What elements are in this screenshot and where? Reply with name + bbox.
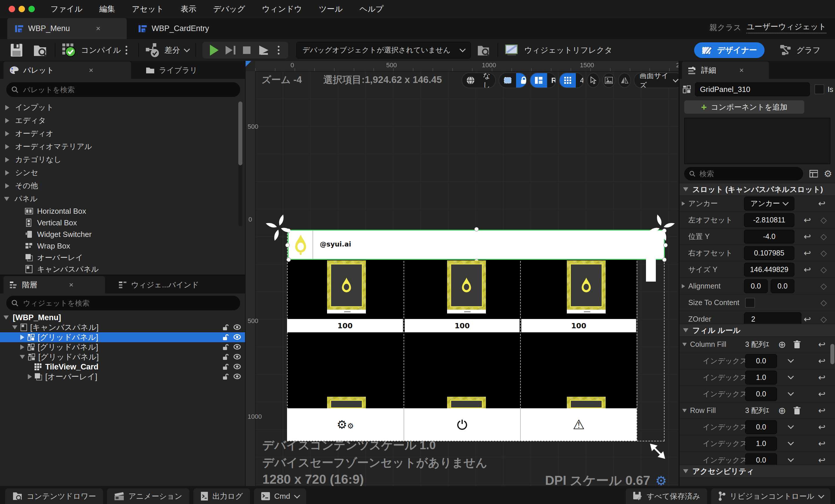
warning-cell[interactable]: ⚠ [521, 408, 637, 441]
alignment-x-input[interactable]: 0.0 [744, 279, 768, 293]
debug-object-dropdown[interactable]: デバッグオブジェクトが選択されていません [296, 42, 471, 59]
resize-handle[interactable] [662, 258, 667, 262]
designer-mode-button[interactable]: デザイナー [694, 42, 765, 58]
fill-rules-section-header[interactable]: フィル ルール [679, 324, 835, 337]
resize-handle[interactable] [474, 227, 479, 231]
add-component-button[interactable]: + コンポーネントを追加 [684, 100, 804, 114]
visibility-eye-icon[interactable] [233, 334, 241, 340]
frame-skip-icon[interactable] [226, 46, 236, 55]
animation-button[interactable]: アニメーション [107, 488, 189, 504]
lock-open-icon[interactable] [222, 373, 229, 380]
resize-handle[interactable] [286, 258, 291, 262]
preview-background-button[interactable] [603, 73, 615, 88]
display-filter-icon[interactable] [810, 170, 818, 178]
pos-y-input[interactable]: -4.0 [744, 230, 794, 244]
flip-preview-button[interactable] [618, 73, 631, 88]
palette-scrollbar[interactable] [238, 101, 242, 226]
browse-debug-icon[interactable] [477, 44, 491, 57]
alignment-y-input[interactable]: 0.0 [771, 279, 794, 293]
reset-icon[interactable]: ↩ [818, 356, 826, 366]
parent-class-link[interactable]: ユーザーウィジェット [747, 21, 826, 33]
index-value-input[interactable]: 1.0 [745, 370, 777, 385]
lock-open-icon[interactable] [222, 354, 229, 360]
chevron-down-icon[interactable] [788, 390, 794, 396]
palette-category-synth[interactable]: シンセ [0, 166, 238, 179]
reset-icon[interactable]: ↩ [818, 422, 826, 432]
reset-icon[interactable]: ↩ [818, 372, 826, 383]
anchor-medallion-icon[interactable] [646, 212, 677, 244]
anchor-dropdown[interactable]: アンカー [744, 197, 794, 210]
browse-content-icon[interactable] [33, 43, 48, 57]
card-tile-partial[interactable] [327, 397, 366, 408]
lock-open-icon[interactable] [222, 334, 229, 341]
play-options-kebab-icon[interactable] [278, 49, 280, 51]
palette-item-vertical-box[interactable]: Vertical Box [0, 217, 238, 228]
palette-category-audio-material[interactable]: オーディオマテリアル [0, 140, 238, 153]
close-tab-icon[interactable]: × [89, 66, 93, 75]
menu-help[interactable]: ヘルプ [360, 4, 384, 14]
tab-palette[interactable]: パレット × [3, 61, 131, 79]
accessibility-section-header[interactable]: アクセシビリティ [679, 465, 835, 478]
palette-item-widget-switcher[interactable]: Widget Switcher [0, 228, 238, 240]
visibility-eye-icon[interactable] [233, 324, 241, 330]
card-tile-partial[interactable] [567, 397, 606, 408]
reset-icon[interactable]: ↩ [804, 215, 811, 225]
screen-size-dropdown[interactable]: 画面サイズ [634, 73, 678, 88]
lock-open-icon[interactable] [222, 344, 229, 350]
cursor-tool-button[interactable] [587, 73, 599, 88]
tab-hierarchy[interactable]: 階層 × [3, 276, 105, 294]
content-drawer-button[interactable]: コンテンツドロワー [5, 488, 103, 504]
reset-icon[interactable]: ↩ [804, 264, 811, 275]
reset-icon[interactable]: ↩ [804, 231, 811, 242]
stop-icon[interactable] [243, 46, 250, 54]
localization-preview-toggle[interactable]: なし [462, 73, 496, 88]
tree-row-grid-panel-2[interactable]: [グリッドパネル] [0, 342, 245, 352]
visibility-eye-icon[interactable] [233, 344, 241, 350]
hierarchy-search[interactable] [6, 296, 240, 310]
reset-icon[interactable]: ↩ [818, 339, 826, 349]
resize-handle[interactable] [664, 243, 668, 247]
size-y-input[interactable]: 146.449829 [744, 263, 794, 277]
index-value-input[interactable]: 0.0 [745, 387, 777, 401]
palette-category-input[interactable]: インプット [0, 101, 238, 114]
tab-wbp-menu[interactable]: WBP_Menu × [7, 18, 127, 39]
palette-item-horizontal-box[interactable]: Horizontal Box [0, 205, 238, 217]
object-name-input[interactable] [695, 82, 810, 96]
card-tile-partial[interactable] [447, 397, 486, 408]
revision-control-button[interactable]: リビジョンコントロール [711, 488, 830, 504]
palette-item-canvas-panel[interactable]: キャンバスパネル [0, 263, 238, 275]
palette-item-wrap-box[interactable]: Wrap Box [0, 240, 238, 252]
settings-cell[interactable]: ⚙⚙ [287, 408, 404, 441]
details-search[interactable] [684, 167, 803, 180]
slot-section-header[interactable]: スロット (キャンバスパネルスロット) [679, 183, 835, 196]
chevron-down-icon[interactable] [788, 423, 794, 429]
visibility-eye-icon[interactable] [233, 363, 241, 370]
visibility-eye-icon[interactable] [233, 373, 241, 380]
widget-outline-toggle[interactable]: R [530, 73, 556, 88]
chevron-down-icon[interactable] [788, 357, 794, 363]
details-scrollbar[interactable] [830, 78, 834, 484]
card-tile[interactable] [567, 260, 606, 314]
reset-icon[interactable]: ↩ [818, 455, 826, 465]
right-offset-input[interactable]: 0.107985 [744, 246, 794, 260]
lock-open-icon[interactable] [222, 363, 229, 370]
possess-icon[interactable] [258, 45, 270, 55]
graph-mode-button[interactable]: グラフ [780, 44, 820, 56]
tab-wbp-cardentry[interactable]: WBP_CardEntry [131, 18, 217, 39]
add-element-icon[interactable]: ⊕ [778, 405, 786, 416]
hierarchy-search-input[interactable] [23, 299, 235, 308]
lock-open-icon[interactable] [222, 324, 229, 331]
menu-file[interactable]: ファイル [50, 4, 83, 14]
close-tab-icon[interactable]: × [96, 24, 100, 33]
bind-diamond-icon[interactable]: ◇ [820, 215, 827, 225]
trash-icon[interactable] [793, 406, 801, 415]
index-value-input[interactable]: 1.0 [745, 437, 777, 451]
dpi-settings-gear-icon[interactable]: ⚙ [655, 473, 667, 486]
index-value-input[interactable]: 0.0 [745, 420, 777, 434]
index-value-input[interactable]: 0.0 [745, 354, 777, 368]
bind-diamond-icon[interactable]: ◇ [820, 314, 827, 324]
palette-search-input[interactable] [23, 85, 235, 94]
grid-snap-toggle[interactable]: 4 [559, 73, 584, 88]
reset-icon[interactable]: ↩ [818, 198, 826, 208]
menu-window[interactable]: ウィンドウ [262, 4, 302, 14]
